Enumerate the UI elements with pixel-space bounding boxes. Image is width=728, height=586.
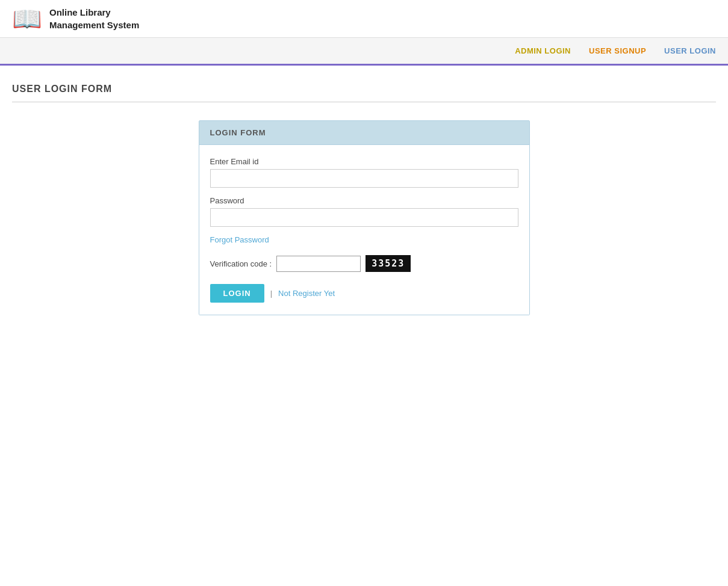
divider	[12, 102, 716, 102]
page-body: USER LOGIN FORM LOGIN FORM Enter Email i…	[0, 66, 728, 333]
password-input[interactable]	[210, 208, 518, 227]
verification-input[interactable]	[276, 256, 361, 272]
verification-label: Verification code :	[210, 259, 272, 268]
form-body: Enter Email id Password Forgot Password …	[199, 145, 529, 315]
verification-row: Verification code : 33523	[210, 255, 518, 272]
nav-links: ADMIN LOGIN USER SIGNUP USER LOGIN	[515, 46, 716, 55]
login-form-container: LOGIN FORM Enter Email id Password Forgo…	[199, 120, 530, 315]
user-login-link[interactable]: USER LOGIN	[664, 46, 716, 55]
email-label: Enter Email id	[210, 157, 518, 166]
user-signup-link[interactable]: USER SIGNUP	[589, 46, 646, 55]
forgot-password-link[interactable]: Forgot Password	[210, 235, 518, 244]
password-label: Password	[210, 196, 518, 205]
admin-login-link[interactable]: ADMIN LOGIN	[515, 46, 571, 55]
not-register-link[interactable]: Not Register Yet	[278, 289, 335, 298]
captcha-display: 33523	[366, 255, 411, 272]
login-button[interactable]: LOGIN	[210, 284, 264, 303]
logo-area: 📖 Online Library Management System	[12, 6, 139, 31]
logo-text: Online Library Management System	[49, 6, 139, 31]
navbar: ADMIN LOGIN USER SIGNUP USER LOGIN	[0, 38, 728, 66]
header: 📖 Online Library Management System	[0, 0, 728, 38]
separator: |	[270, 289, 272, 298]
email-input[interactable]	[210, 169, 518, 188]
form-header: LOGIN FORM	[199, 121, 529, 145]
book-icon: 📖	[12, 7, 42, 31]
login-row: LOGIN | Not Register Yet	[210, 284, 518, 303]
page-title: USER LOGIN FORM	[12, 84, 716, 94]
